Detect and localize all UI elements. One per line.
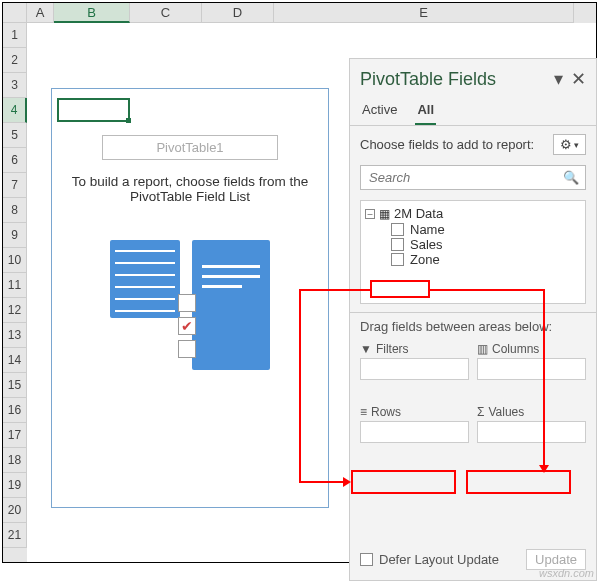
search-input[interactable]: 🔍	[360, 165, 586, 190]
row-headers: 1 2 3 4 5 6 7 8 9 10 11 12 13 14 15 16 1…	[3, 23, 27, 562]
row-header[interactable]: 20	[3, 498, 27, 523]
rows-area[interactable]: ≡Rows	[360, 405, 469, 460]
pane-title: PivotTable Fields	[360, 69, 548, 90]
filter-icon: ▼	[360, 342, 372, 356]
row-header[interactable]: 12	[3, 298, 27, 323]
field-item-zone[interactable]: Zone	[365, 252, 581, 267]
rows-dropzone[interactable]	[360, 421, 469, 443]
rows-icon: ≡	[360, 405, 367, 419]
sigma-icon: Σ	[477, 405, 484, 419]
row-header[interactable]: 5	[3, 123, 27, 148]
defer-label: Defer Layout Update	[379, 552, 499, 567]
values-label: Values	[488, 405, 524, 419]
row-header[interactable]: 21	[3, 523, 27, 548]
checkbox-checked-graphic-icon: ✔	[178, 317, 196, 335]
checkbox-graphic-icon	[178, 294, 196, 312]
checkbox-graphic-icon	[178, 340, 196, 358]
col-header-E[interactable]: E	[274, 3, 574, 23]
filters-area[interactable]: ▼Filters	[360, 342, 469, 397]
field-item-sales[interactable]: Sales	[365, 237, 581, 252]
row-header[interactable]: 19	[3, 473, 27, 498]
search-field[interactable]	[367, 169, 563, 186]
pivottable-instruction: To build a report, choose fields from th…	[70, 174, 310, 204]
drag-areas-label: Drag fields between areas below:	[350, 312, 596, 340]
filters-dropzone[interactable]	[360, 358, 469, 380]
row-header[interactable]: 16	[3, 398, 27, 423]
tools-dropdown[interactable]: ⚙ ▾	[553, 134, 586, 155]
row-header[interactable]: 18	[3, 448, 27, 473]
close-icon[interactable]: ✕	[568, 70, 588, 90]
col-header-B[interactable]: B	[54, 3, 130, 23]
field-item-name[interactable]: Name	[365, 222, 581, 237]
table-name: 2M Data	[394, 206, 443, 221]
tab-all[interactable]: All	[415, 98, 436, 125]
row-header[interactable]: 2	[3, 48, 27, 73]
fields-tabs: Active All	[350, 94, 596, 126]
field-label: Zone	[410, 252, 440, 267]
watermark: wsxdn.com	[539, 567, 594, 579]
column-headers: A B C D E	[3, 3, 596, 23]
pivottable-name: PivotTable1	[102, 135, 278, 160]
row-header[interactable]: 9	[3, 223, 27, 248]
row-header[interactable]: 11	[3, 273, 27, 298]
field-label: Name	[410, 222, 445, 237]
columns-icon: ▥	[477, 342, 488, 356]
row-header[interactable]: 6	[3, 148, 27, 173]
search-icon: 🔍	[563, 170, 579, 185]
gear-icon: ⚙	[560, 137, 572, 152]
fields-tree: – ▦ 2M Data Name Sales Zone	[360, 200, 586, 304]
row-header[interactable]: 7	[3, 173, 27, 198]
pivottable-fields-pane: PivotTable Fields ▾ ✕ Active All Choose …	[349, 58, 597, 581]
field-label: Sales	[410, 237, 443, 252]
columns-dropzone[interactable]	[477, 358, 586, 380]
columns-area[interactable]: ▥Columns	[477, 342, 586, 397]
col-header-D[interactable]: D	[202, 3, 274, 23]
tab-active[interactable]: Active	[360, 98, 399, 125]
values-dropzone[interactable]	[477, 421, 586, 443]
values-area[interactable]: ΣValues	[477, 405, 586, 460]
row-header[interactable]: 1	[3, 23, 27, 48]
columns-label: Columns	[492, 342, 539, 356]
report-illustration-icon: ✔	[70, 240, 310, 370]
row-header[interactable]: 4	[3, 98, 27, 123]
pivottable-placeholder: PivotTable1 To build a report, choose fi…	[51, 88, 329, 508]
checkbox-icon[interactable]	[391, 238, 404, 251]
collapse-icon[interactable]: –	[365, 209, 375, 219]
rows-label: Rows	[371, 405, 401, 419]
chevron-down-icon[interactable]: ▾	[548, 70, 568, 90]
table-graphic-icon	[110, 240, 180, 318]
row-header[interactable]: 17	[3, 423, 27, 448]
table-node[interactable]: – ▦ 2M Data	[365, 205, 581, 222]
col-header-A[interactable]: A	[27, 3, 54, 23]
active-cell[interactable]	[57, 98, 130, 122]
checkbox-icon[interactable]	[391, 253, 404, 266]
chevron-down-icon: ▾	[574, 140, 579, 150]
row-header[interactable]: 13	[3, 323, 27, 348]
table-icon: ▦	[379, 207, 390, 221]
checkbox-icon[interactable]	[391, 223, 404, 236]
row-header[interactable]: 15	[3, 373, 27, 398]
row-header[interactable]: 3	[3, 73, 27, 98]
select-all-corner[interactable]	[3, 3, 27, 23]
row-header[interactable]: 8	[3, 198, 27, 223]
choose-fields-label: Choose fields to add to report:	[360, 137, 553, 152]
filters-label: Filters	[376, 342, 409, 356]
defer-checkbox[interactable]	[360, 553, 373, 566]
row-header[interactable]: 14	[3, 348, 27, 373]
row-header[interactable]: 10	[3, 248, 27, 273]
checklist-graphic-icon: ✔	[192, 240, 270, 370]
col-header-C[interactable]: C	[130, 3, 202, 23]
